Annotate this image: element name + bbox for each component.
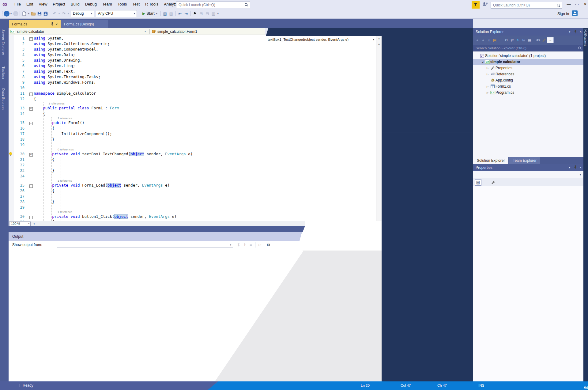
gutter-cell[interactable] bbox=[9, 173, 14, 179]
gutter-cell[interactable] bbox=[9, 168, 14, 173]
pin-icon[interactable] bbox=[51, 22, 54, 27]
zoom-dropdown[interactable]: 100 % ▾ bbox=[9, 222, 31, 226]
code-line[interactable]: 6using System.Linq; bbox=[9, 63, 373, 69]
pin-icon[interactable] bbox=[572, 30, 578, 34]
properties-icon[interactable] bbox=[541, 37, 547, 43]
codelens-references[interactable]: 3 references bbox=[48, 102, 65, 105]
expander-icon[interactable]: ◢ bbox=[480, 61, 484, 63]
expander-icon[interactable]: ▷ bbox=[485, 85, 490, 88]
gutter-cell[interactable] bbox=[9, 85, 14, 91]
save-all-icon[interactable] bbox=[43, 10, 49, 17]
gutter-cell[interactable] bbox=[9, 194, 14, 199]
menu-project[interactable]: Project bbox=[50, 1, 68, 8]
solution-explorer-header[interactable]: Solution Explorer ▾ ✕ bbox=[473, 28, 583, 36]
menu-r-tools[interactable]: R Tools bbox=[142, 1, 161, 8]
codelens-references[interactable]: 1 reference bbox=[58, 179, 72, 183]
menu-build[interactable]: Build bbox=[68, 1, 82, 8]
quick-launch-input-2[interactable]: Quick Launch (Ctrl+Q) bbox=[491, 2, 562, 9]
solution-explorer-search-input[interactable]: Search Solution Explorer (Ctrl+;) bbox=[473, 45, 583, 51]
code-line[interactable]: 14 { bbox=[9, 111, 373, 116]
dropdown-icon[interactable]: ▾ bbox=[27, 10, 30, 17]
pending-changes-filter-icon[interactable]: ↺ bbox=[503, 37, 509, 43]
sign-in-link[interactable]: Sign in bbox=[557, 12, 569, 16]
gutter-cell[interactable] bbox=[9, 137, 14, 142]
collapse-region-icon[interactable]: − bbox=[29, 37, 33, 41]
toolbar-icon[interactable]: ▥ bbox=[162, 10, 168, 17]
close-icon[interactable]: ✕ bbox=[578, 30, 583, 33]
show-all-files-icon[interactable]: ▦ bbox=[527, 37, 533, 43]
output-source-dropdown[interactable]: ▾ bbox=[57, 242, 233, 248]
code-line[interactable]: 29 bbox=[9, 205, 373, 210]
code-line[interactable]: 5using System.Drawing; bbox=[9, 58, 373, 63]
gutter-cell[interactable] bbox=[9, 63, 14, 69]
user-account-icon[interactable] bbox=[572, 10, 578, 17]
gutter-cell[interactable] bbox=[9, 91, 14, 96]
code-line[interactable]: 13− public partial class Form1 : Form bbox=[9, 105, 373, 111]
close-icon[interactable]: ✕ bbox=[578, 166, 583, 169]
menu-file[interactable]: File bbox=[12, 1, 24, 8]
minimize-button[interactable]: — bbox=[565, 1, 572, 7]
gutter-cell[interactable] bbox=[9, 142, 14, 148]
code-editor[interactable]: 1−using System;2using System.Collections… bbox=[9, 36, 373, 225]
code-line[interactable]: 20− private void textBox1_TextChanged(ob… bbox=[9, 151, 373, 157]
property-pages-icon[interactable] bbox=[490, 179, 496, 185]
gutter-cell[interactable] bbox=[9, 126, 14, 131]
code-line[interactable]: 27 bbox=[9, 194, 373, 199]
sync-with-active-document-icon[interactable]: ⇄ bbox=[509, 37, 515, 43]
toolbar-icon[interactable]: ▥ bbox=[168, 10, 174, 17]
sidebar-tab-server-explorer[interactable]: Server Explorer bbox=[1, 28, 6, 57]
tree-item-properties[interactable]: ▷Properties bbox=[473, 65, 583, 71]
project-dropdown[interactable]: C# simple calculator ▾ bbox=[10, 28, 149, 35]
tree-item-program-cs[interactable]: ▷C#Program.cs bbox=[473, 89, 583, 96]
gutter-cell[interactable] bbox=[9, 188, 14, 194]
solution-platforms-dropdown[interactable]: Any CPU▾ bbox=[96, 10, 137, 17]
gutter-cell[interactable] bbox=[9, 69, 14, 74]
tree-item-app-config[interactable]: App.config bbox=[473, 77, 583, 83]
word-wrap-icon[interactable]: ↩ bbox=[257, 242, 263, 248]
feedback-button[interactable] bbox=[482, 2, 488, 8]
dropdown-icon[interactable]: ▾ bbox=[67, 10, 70, 17]
categorized-icon[interactable]: ▤ bbox=[475, 179, 481, 186]
tree-item-solution-simple-calculator-1-project-[interactable]: Solution 'simple calculator' (1 project) bbox=[473, 53, 583, 59]
code-line[interactable]: 30− private void button1_Click(object se… bbox=[9, 214, 373, 219]
expander-icon[interactable]: ▷ bbox=[485, 67, 490, 70]
gutter-cell[interactable] bbox=[9, 199, 14, 205]
output-panel-header[interactable]: Output bbox=[9, 232, 303, 241]
dropdown-icon[interactable]: ▾ bbox=[9, 10, 13, 17]
toolbar-icon[interactable]: ⊟ bbox=[204, 10, 210, 17]
gutter-cell[interactable] bbox=[9, 131, 14, 137]
code-line[interactable]: 1−using System; bbox=[9, 36, 373, 41]
dropdown-icon[interactable]: ▾ bbox=[58, 10, 61, 17]
properties-object-dropdown[interactable]: ▾ bbox=[473, 171, 583, 178]
code-line[interactable]: 15− public Form1() bbox=[9, 120, 373, 126]
navigate-forward-icon[interactable]: → bbox=[13, 11, 18, 16]
menu-debug[interactable]: Debug bbox=[82, 1, 100, 8]
gutter-cell[interactable] bbox=[9, 120, 14, 126]
gutter-cell[interactable] bbox=[9, 96, 14, 102]
code-line[interactable]: 7using System.Text; bbox=[9, 69, 373, 74]
menu-edit[interactable]: Edit bbox=[24, 1, 36, 8]
tab-solution-explorer[interactable]: Solution Explorer bbox=[473, 157, 508, 164]
sidebar-tab-toolbox[interactable]: Toolbox bbox=[1, 65, 6, 81]
expander-icon[interactable]: ▷ bbox=[485, 91, 490, 94]
uncomment-icon[interactable]: ⇥ bbox=[183, 10, 189, 17]
start-debugging-button[interactable]: ▶ Start ▾ bbox=[142, 11, 157, 16]
code-line[interactable]: 19 bbox=[9, 142, 373, 148]
dropdown-icon[interactable]: ▾ bbox=[498, 37, 501, 43]
new-file-icon[interactable] bbox=[21, 10, 27, 17]
code-line[interactable]: 25− private void Form1_Load(object sende… bbox=[9, 183, 373, 188]
home-icon[interactable]: ⌂ bbox=[486, 37, 492, 43]
code-line[interactable]: 11−namespace simple_calculator bbox=[9, 91, 373, 96]
bookmark-icon[interactable]: ⚑ bbox=[192, 10, 198, 17]
tree-item-simple-calculator[interactable]: ◢C#simple calculator bbox=[473, 59, 583, 65]
type-dropdown[interactable]: simple_calculator.Form1 bbox=[152, 28, 264, 35]
refresh-icon[interactable]: ↻ bbox=[515, 37, 521, 43]
gutter-cell[interactable] bbox=[9, 52, 14, 58]
properties-panel-header[interactable]: Properties ▾ ✕ bbox=[473, 164, 583, 171]
tree-item-references[interactable]: ▷References bbox=[473, 71, 583, 77]
gutter-cell[interactable] bbox=[9, 105, 14, 111]
navigate-backward-icon[interactable]: ← bbox=[4, 11, 9, 17]
view-code-icon[interactable]: <> bbox=[535, 37, 541, 43]
undo-icon[interactable]: ↶ bbox=[51, 10, 58, 17]
editor-vertical-scrollbar[interactable]: + ▴ bbox=[376, 36, 382, 221]
